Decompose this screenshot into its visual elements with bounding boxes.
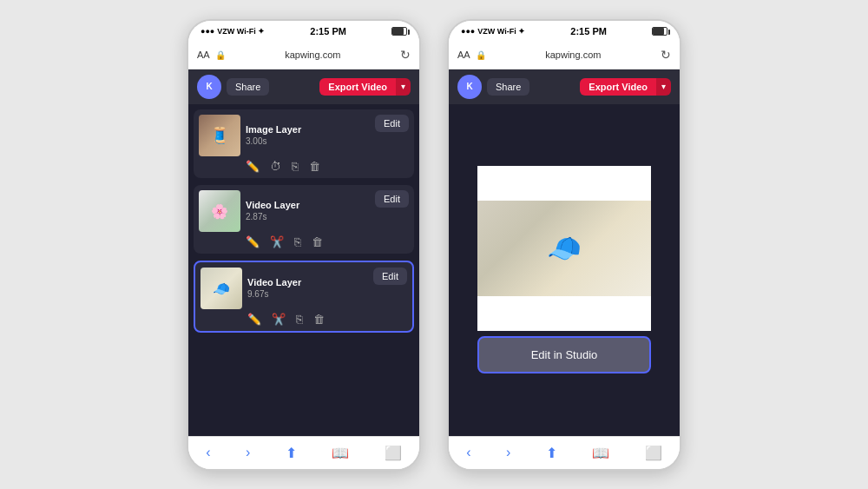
avatar-left: K bbox=[197, 75, 221, 99]
bottom-nav-left: ‹ › ⬆ 📖 ⬜ bbox=[188, 436, 419, 469]
tabs-nav-right[interactable]: ⬜ bbox=[645, 445, 662, 461]
forward-nav-left[interactable]: › bbox=[246, 445, 250, 460]
layer-actions-2: ✏️ ✂️ ⎘ 🗑 bbox=[199, 235, 409, 248]
scissors-icon-3[interactable]: ✂️ bbox=[272, 313, 286, 326]
signal-left: ●●● VZW Wi-Fi ✦ bbox=[201, 27, 265, 36]
time-left: 2:15 PM bbox=[310, 26, 346, 36]
layer-duration-2: 2.87s bbox=[246, 212, 370, 221]
trash-icon-1[interactable]: 🗑 bbox=[309, 160, 320, 173]
export-group-left: Export Video ▾ bbox=[319, 78, 411, 96]
avatar-right: K bbox=[457, 75, 482, 99]
scissors-icon-2[interactable]: ✂️ bbox=[270, 235, 284, 248]
layer-top-2: Video Layer 2.87s Edit bbox=[199, 190, 409, 232]
forward-nav-right[interactable]: › bbox=[506, 445, 510, 460]
share-nav-right[interactable]: ⬆ bbox=[546, 445, 557, 461]
url-bar-right: AA 🔒 kapwing.com ↻ bbox=[449, 42, 680, 69]
pencil-icon-1[interactable]: ✏️ bbox=[246, 160, 260, 173]
edit-button-2[interactable]: Edit bbox=[375, 190, 409, 208]
edit-button-3[interactable]: Edit bbox=[373, 268, 407, 285]
layer-info-2: Video Layer 2.87s bbox=[246, 200, 370, 221]
signal-icon-right: ●●● bbox=[461, 27, 475, 36]
wifi-icon: VZW Wi-Fi ✦ bbox=[217, 27, 265, 36]
tabs-nav-left[interactable]: ⬜ bbox=[385, 445, 402, 461]
signal-icon: ●●● bbox=[201, 27, 214, 36]
copy-icon-2[interactable]: ⎘ bbox=[294, 235, 301, 248]
clock-icon-1[interactable]: ⏱ bbox=[270, 160, 281, 173]
battery-icon-left bbox=[391, 27, 407, 36]
preview-bottom-white bbox=[477, 296, 651, 331]
status-bar-right: ●●● VZW Wi-Fi ✦ 2:15 PM bbox=[449, 21, 680, 42]
url-bar-left: AA 🔒 kapwing.com ↻ bbox=[188, 42, 419, 69]
preview-hat-emoji: 🧢 bbox=[547, 232, 582, 265]
main-container: ●●● VZW Wi-Fi ✦ 2:15 PM AA 🔒 kapwing.com… bbox=[0, 0, 868, 489]
preview-area: 🧢 Edit in Studio bbox=[449, 104, 680, 436]
back-nav-right[interactable]: ‹ bbox=[466, 445, 470, 460]
edit-in-studio-button[interactable]: Edit in Studio bbox=[477, 336, 651, 373]
layer-item-3: Video Layer 9.67s Edit ✏️ ✂️ ⎘ 🗑 bbox=[194, 261, 414, 333]
url-left: kapwing.com bbox=[231, 50, 395, 60]
back-nav-left[interactable]: ‹ bbox=[206, 445, 210, 460]
export-caret-right[interactable]: ▾ bbox=[656, 78, 671, 96]
layer-top-1: Image Layer 3.00s Edit bbox=[199, 115, 409, 156]
app-header-right: K Share Export Video ▾ bbox=[449, 69, 680, 104]
battery-left bbox=[391, 27, 407, 36]
lock-icon-right: 🔒 bbox=[476, 50, 486, 60]
layer-top-3: Video Layer 9.67s Edit bbox=[201, 268, 407, 309]
layer-item-1: Image Layer 3.00s Edit ✏️ ⏱ ⎘ 🗑 bbox=[194, 109, 414, 178]
time-right: 2:15 PM bbox=[570, 26, 607, 36]
trash-icon-3[interactable]: 🗑 bbox=[313, 313, 325, 326]
aa-text-right[interactable]: AA bbox=[457, 50, 470, 60]
export-button-right[interactable]: Export Video bbox=[580, 78, 656, 96]
status-bar-left: ●●● VZW Wi-Fi ✦ 2:15 PM bbox=[188, 21, 419, 42]
pencil-icon-3[interactable]: ✏️ bbox=[247, 313, 261, 326]
layer-thumb-1 bbox=[199, 115, 240, 156]
layer-duration-1: 3.00s bbox=[246, 136, 370, 146]
phone-left: ●●● VZW Wi-Fi ✦ 2:15 PM AA 🔒 kapwing.com… bbox=[187, 19, 421, 471]
export-button-left[interactable]: Export Video bbox=[319, 78, 396, 96]
share-nav-left[interactable]: ⬆ bbox=[286, 445, 297, 461]
layer-actions-3: ✏️ ✂️ ⎘ 🗑 bbox=[201, 313, 407, 326]
app-header-left: K Share Export Video ▾ bbox=[188, 69, 419, 104]
bookmarks-nav-left[interactable]: 📖 bbox=[332, 445, 349, 461]
preview-image-area: 🧢 bbox=[477, 201, 651, 296]
signal-right: ●●● VZW Wi-Fi ✦ bbox=[461, 27, 525, 36]
layer-title-1: Image Layer bbox=[246, 124, 370, 135]
layers-list: Image Layer 3.00s Edit ✏️ ⏱ ⎘ 🗑 Vid bbox=[188, 104, 419, 436]
reload-icon-right[interactable]: ↻ bbox=[661, 48, 671, 62]
edit-button-1[interactable]: Edit bbox=[375, 115, 409, 132]
share-button-right[interactable]: Share bbox=[487, 78, 529, 96]
pencil-icon-2[interactable]: ✏️ bbox=[246, 235, 260, 248]
aa-text-left[interactable]: AA bbox=[197, 50, 210, 60]
layer-info-1: Image Layer 3.00s bbox=[246, 124, 370, 146]
layer-thumb-2 bbox=[199, 190, 240, 232]
layer-item-2: Video Layer 2.87s Edit ✏️ ✂️ ⎘ 🗑 bbox=[194, 185, 414, 254]
layer-thumb-3 bbox=[201, 268, 242, 309]
wifi-icon-right: VZW Wi-Fi ✦ bbox=[477, 27, 525, 36]
layer-info-3: Video Layer 9.67s bbox=[247, 277, 368, 299]
preview-top-white bbox=[477, 166, 651, 201]
preview-canvas: 🧢 bbox=[477, 166, 651, 331]
battery-right bbox=[652, 27, 667, 36]
layer-title-2: Video Layer bbox=[246, 200, 370, 210]
copy-icon-1[interactable]: ⎘ bbox=[292, 160, 299, 173]
phone-right: ●●● VZW Wi-Fi ✦ 2:15 PM AA 🔒 kapwing.com… bbox=[447, 19, 681, 471]
lock-icon-left: 🔒 bbox=[215, 50, 226, 60]
layer-title-3: Video Layer bbox=[247, 277, 368, 287]
bookmarks-nav-right[interactable]: 📖 bbox=[592, 445, 609, 461]
layer-actions-1: ✏️ ⏱ ⎘ 🗑 bbox=[199, 160, 409, 173]
layer-duration-3: 9.67s bbox=[247, 289, 368, 299]
export-group-right: Export Video ▾ bbox=[580, 78, 671, 96]
export-caret-left[interactable]: ▾ bbox=[396, 78, 411, 96]
bottom-nav-right: ‹ › ⬆ 📖 ⬜ bbox=[449, 436, 680, 469]
reload-icon-left[interactable]: ↻ bbox=[400, 48, 411, 62]
copy-icon-3[interactable]: ⎘ bbox=[296, 313, 303, 326]
url-right: kapwing.com bbox=[491, 50, 655, 60]
share-button-left[interactable]: Share bbox=[227, 78, 269, 96]
battery-icon-right bbox=[652, 27, 667, 36]
trash-icon-2[interactable]: 🗑 bbox=[312, 235, 323, 248]
